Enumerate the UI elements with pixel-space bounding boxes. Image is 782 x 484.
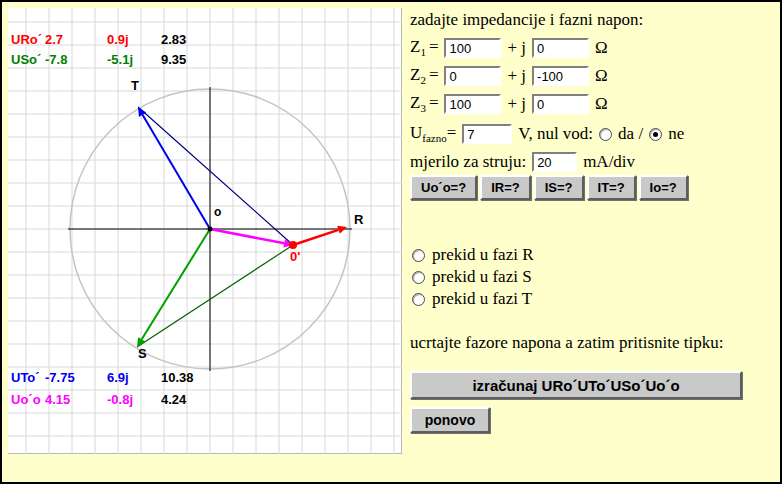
z3-imag-input[interactable] (532, 94, 589, 114)
prekid-row-r: prekid u fazi R (412, 245, 534, 265)
radio-prekid-r[interactable] (412, 249, 425, 262)
ufazno-row: Ufazno= V, nul vod: da / ne (410, 122, 684, 146)
ir-button[interactable]: IR=? (480, 175, 531, 200)
readout-imag: -0.8j (107, 392, 133, 407)
uoo-button[interactable]: Uo´o=? (410, 175, 477, 200)
phasor-plot: URo´ 2.7 0.9j 2.83 USo´ -7.8 -5.1j 9.35 … (8, 8, 402, 454)
point-label-center: o (214, 205, 221, 219)
phasor-UR-Oprime (293, 230, 338, 245)
prekid-r-label: prekid u fazi R (432, 245, 534, 265)
io-button[interactable]: Io=? (639, 175, 688, 200)
z1-imag-input[interactable] (532, 38, 589, 58)
point-label-o-prime: 0' (290, 249, 300, 264)
point-label-R: R (354, 212, 363, 227)
ohm-label: Ω (595, 94, 608, 114)
ohm-label: Ω (595, 38, 608, 58)
readout-label: URo´ (11, 32, 42, 47)
radio-nul-vod-da[interactable] (599, 128, 612, 141)
impedance-row-z3: Z3= + j Ω (410, 92, 608, 116)
applet-window: URo´ 2.7 0.9j 2.83 USo´ -7.8 -5.1j 9.35 … (0, 0, 782, 484)
readout-URo: URo´ 2.7 0.9j 2.83 (8, 32, 401, 48)
prekid-t-label: prekid u fazi T (432, 289, 532, 309)
readout-magnitude: 4.24 (161, 392, 186, 407)
readout-real: -7.75 (45, 370, 75, 385)
z3-real-input[interactable] (444, 94, 501, 114)
readout-real: 4.15 (45, 392, 70, 407)
is-button[interactable]: IS=? (534, 175, 584, 200)
readout-label: UTo´ (11, 370, 40, 385)
center-point (208, 227, 213, 232)
line-S-Oprime (137, 245, 293, 347)
ohm-label: Ω (595, 66, 608, 86)
mjerilo-input[interactable] (532, 152, 577, 172)
readout-magnitude: 10.38 (161, 370, 194, 385)
z1-label: Z1= (410, 37, 438, 58)
z2-label: Z2= (410, 65, 438, 86)
readout-real: -7.8 (45, 52, 67, 67)
mjerilo-row: mjerilo za struju: mA/div (410, 150, 635, 174)
plus-j-label: + j (507, 38, 526, 58)
ponovo-button[interactable]: ponovo (410, 407, 490, 433)
z2-real-input[interactable] (444, 66, 501, 86)
readout-real: 2.7 (45, 32, 63, 47)
readout-magnitude: 2.83 (161, 32, 186, 47)
radio-nul-vod-ne[interactable] (649, 128, 662, 141)
impedance-row-z1: Z1= + j Ω (410, 36, 608, 60)
point-label-T: T (131, 78, 139, 93)
da-label: da / (618, 124, 643, 144)
panel-title: zadajte impedancije i fazni napon: (410, 10, 643, 30)
readout-USo: USo´ -7.8 -5.1j 9.35 (8, 52, 401, 68)
izracunaj-button[interactable]: izračunaj URo´UTo´USo´Uo´o (410, 371, 742, 399)
plus-j-label: + j (507, 66, 526, 86)
ne-label: ne (668, 124, 684, 144)
readout-imag: 0.9j (107, 32, 129, 47)
phasor-UR-Oprime-head (337, 226, 347, 234)
readout-imag: 6.9j (107, 370, 129, 385)
phasor-UT0 (143, 115, 210, 229)
readout-label: Uo´o (11, 392, 41, 407)
instruction-text: ucrtajte fazore napona a zatim pritisnit… (410, 333, 723, 353)
readout-label: USo´ (11, 52, 41, 67)
z2-imag-input[interactable] (532, 66, 589, 86)
prekid-row-t: prekid u fazi T (412, 289, 532, 309)
prekid-s-label: prekid u fazi S (432, 267, 532, 287)
ufazno-input[interactable] (462, 124, 512, 144)
readout-Uoo: Uo´o 4.15 -0.8j 4.24 (8, 392, 401, 408)
readout-magnitude: 9.35 (161, 52, 186, 67)
line-T-Oprime (138, 107, 293, 245)
phasor-U0-Oprime (210, 229, 284, 243)
o-prime-point (289, 241, 297, 249)
ufazno-label: Ufazno= (410, 123, 456, 144)
mjerilo-label: mjerilo za struju: (410, 152, 526, 172)
phasor-US0 (142, 229, 210, 339)
control-panel: zadajte impedancije i fazni napon: Z1= +… (404, 8, 780, 480)
radio-prekid-t[interactable] (412, 293, 425, 306)
point-label-S: S (138, 346, 147, 361)
mjerilo-unit-label: mA/div (583, 152, 635, 172)
impedance-row-z2: Z2= + j Ω (410, 64, 608, 88)
nul-vod-label: V, nul vod: (518, 124, 593, 144)
phasor-canvas[interactable] (8, 8, 402, 454)
solve-buttons-row: Uo´o=? IR=? IS=? IT=? Io=? (410, 175, 688, 199)
radio-prekid-s[interactable] (412, 271, 425, 284)
plus-j-label: + j (507, 94, 526, 114)
z1-real-input[interactable] (444, 38, 501, 58)
prekid-row-s: prekid u fazi S (412, 267, 532, 287)
readout-UTo: UTo´ -7.75 6.9j 10.38 (8, 370, 401, 386)
z3-label: Z3= (410, 93, 438, 114)
readout-imag: -5.1j (107, 52, 133, 67)
it-button[interactable]: IT=? (587, 175, 636, 200)
